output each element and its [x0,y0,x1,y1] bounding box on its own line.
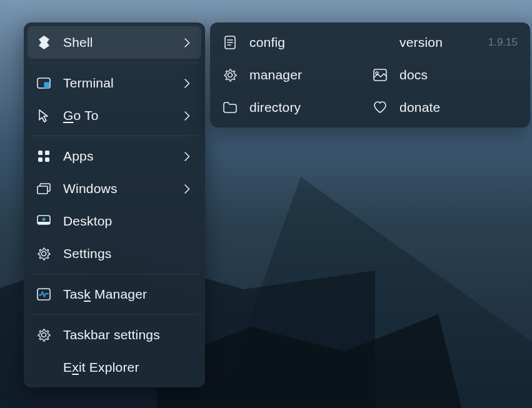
submenu-shell: config version 1.9.15 manager docs direc… [210,22,530,127]
gear-icon [36,327,51,342]
menu-item-goto[interactable]: Go To [28,99,201,132]
submenu-item-label: manager [249,67,355,82]
chevron-right-icon [181,183,193,194]
menu-item-windows[interactable]: Windows [28,172,201,205]
docs-icon [373,67,388,82]
menu-item-taskmgr[interactable]: Task Manager [28,278,201,311]
chevron-right-icon [181,37,193,48]
svg-point-17 [228,73,233,77]
menu-item-terminal[interactable]: Terminal [28,67,201,99]
shell-icon [36,35,51,50]
menu-separator [30,136,199,136]
submenu-item-directory[interactable]: directory [214,91,364,124]
svg-point-10 [42,252,46,256]
submenu-item-label: directory [249,100,355,115]
svg-rect-4 [45,157,49,162]
menu-item-settings[interactable]: Settings [28,237,201,270]
menu-item-shell[interactable]: Shell [28,26,201,59]
gear-icon [36,246,51,261]
menu-item-label: Settings [63,246,193,261]
menu-item-label: Shell [63,35,181,50]
desktop-icon [36,214,51,229]
submenu-item-docs[interactable]: docs [364,59,526,91]
menu-separator [30,314,199,315]
blank-icon [373,35,388,50]
menu-item-label: Taskbar settings [63,327,193,342]
menu-item-label: Apps [63,149,181,164]
menu-item-label: Task Manager [63,287,193,302]
submenu-item-label: donate [399,100,518,115]
windows-icon [36,181,51,196]
svg-rect-2 [45,151,49,155]
menu-item-apps[interactable]: Apps [28,140,201,172]
menu-item-label: Terminal [63,76,181,91]
chevron-right-icon [181,151,193,162]
task-manager-icon [36,287,51,302]
menu-item-label: Windows [63,181,181,196]
apps-icon [36,149,51,164]
submenu-item-donate[interactable]: donate [364,91,526,124]
heart-icon [373,100,388,115]
cursor-icon [36,108,51,123]
menu-item-label: Exit Explorer [63,360,193,375]
terminal-icon [36,76,51,91]
svg-point-12 [42,333,46,337]
svg-rect-1 [38,151,43,155]
submenu-item-config[interactable]: config [214,26,364,59]
gear-icon [223,67,238,82]
version-tag: 1.9.15 [488,36,518,49]
submenu-item-label: version [399,35,481,50]
svg-point-9 [43,218,46,221]
menu-item-label: Go To [63,108,181,123]
document-icon [223,35,238,50]
svg-rect-8 [38,222,50,224]
submenu-item-version[interactable]: version 1.9.15 [364,26,526,59]
submenu-item-label: docs [399,67,518,82]
chevron-right-icon [181,110,193,121]
folder-icon [223,100,238,115]
blank-icon [36,360,51,375]
menu-separator [30,62,199,63]
menu-separator [30,274,199,274]
menu-item-desktop[interactable]: Desktop [28,205,201,237]
menu-item-taskbar[interactable]: Taskbar settings [28,319,201,351]
submenu-item-manager[interactable]: manager [214,59,364,91]
menu-item-exit[interactable]: Exit Explorer [28,351,201,384]
menu-item-label: Desktop [63,214,193,229]
context-menu: Shell Terminal Go To Apps [24,22,205,387]
chevron-right-icon [181,77,193,89]
svg-rect-3 [38,157,43,162]
svg-rect-6 [38,186,48,194]
submenu-item-label: config [249,35,355,50]
